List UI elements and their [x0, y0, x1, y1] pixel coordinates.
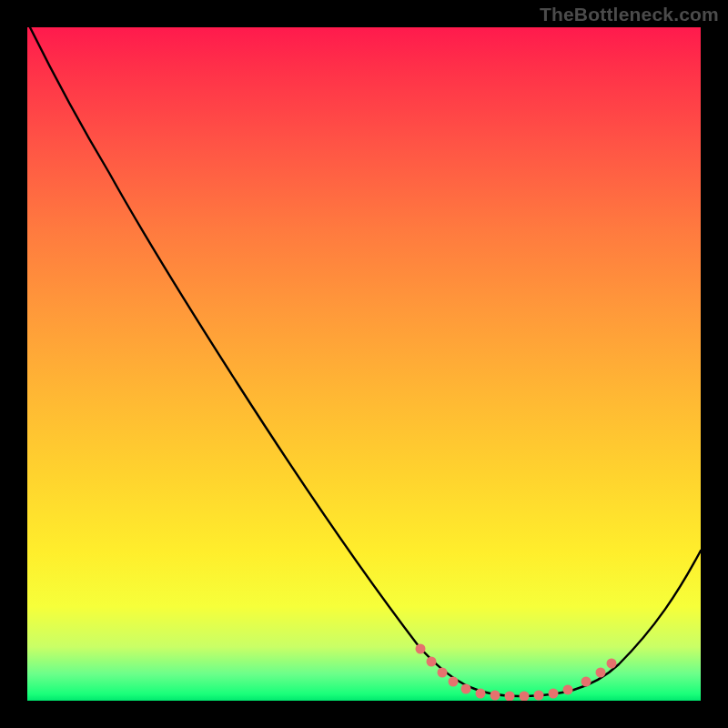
optimal-range-dots: [416, 644, 617, 702]
svg-point-14: [607, 659, 617, 669]
svg-point-0: [416, 644, 426, 654]
watermark-text: TheBottleneck.com: [540, 4, 719, 25]
svg-point-6: [490, 691, 500, 701]
svg-point-7: [505, 692, 515, 702]
svg-point-9: [534, 691, 544, 701]
svg-point-13: [596, 668, 606, 678]
svg-point-8: [520, 692, 530, 702]
svg-point-11: [563, 685, 573, 695]
plot-area: [27, 27, 701, 701]
curve-layer: [27, 27, 701, 701]
svg-point-2: [438, 668, 448, 678]
svg-point-12: [581, 677, 592, 687]
svg-point-1: [427, 657, 437, 667]
svg-point-3: [449, 677, 459, 687]
svg-point-4: [461, 684, 471, 694]
chart-container: TheBottleneck.com: [0, 0, 728, 728]
bottleneck-curve: [27, 27, 701, 696]
svg-point-10: [549, 689, 559, 699]
svg-point-5: [476, 689, 486, 699]
